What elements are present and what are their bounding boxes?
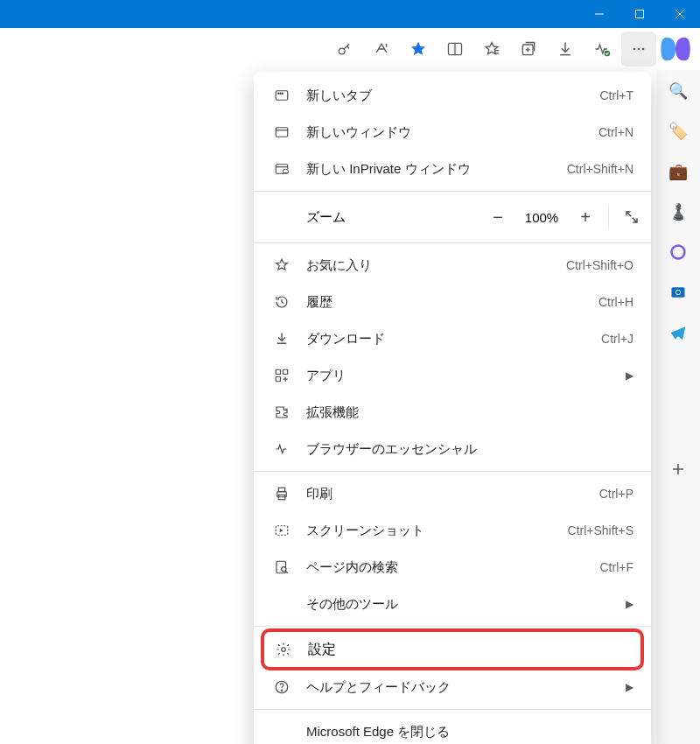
svg-point-24 xyxy=(278,93,279,94)
menu-shortcut: Ctrl+T xyxy=(600,88,634,102)
split-screen-icon[interactable] xyxy=(438,32,472,67)
svg-rect-37 xyxy=(284,369,288,374)
chevron-right-icon: ▶ xyxy=(626,681,634,693)
menu-essentials[interactable]: ブラウザーのエッセンシャル xyxy=(254,431,651,467)
svg-rect-27 xyxy=(276,128,288,137)
read-aloud-icon[interactable] xyxy=(364,32,399,67)
collections-icon[interactable] xyxy=(511,32,546,67)
menu-label: ヘルプとフィードバック xyxy=(306,679,619,696)
history-icon xyxy=(271,294,292,310)
star-outline-icon xyxy=(271,257,292,273)
svg-line-33 xyxy=(633,218,637,222)
menu-downloads[interactable]: ダウンロード Ctrl+J xyxy=(254,320,651,357)
menu-label: 印刷 xyxy=(306,486,599,502)
svg-point-50 xyxy=(281,690,282,691)
address-bar[interactable] xyxy=(7,34,327,64)
svg-point-26 xyxy=(282,93,283,94)
menu-label: アプリ xyxy=(306,368,619,384)
pulse-icon xyxy=(271,441,292,457)
sidebar-search-icon[interactable]: 🔍 xyxy=(666,79,690,103)
menu-separator xyxy=(254,471,651,472)
menu-shortcut: Ctrl+H xyxy=(598,295,634,309)
menu-label: 拡張機能 xyxy=(306,404,634,421)
puzzle-icon xyxy=(271,404,292,420)
menu-help[interactable]: ヘルプとフィードバック ▶ xyxy=(254,669,651,705)
separator xyxy=(608,204,609,230)
menu-label: その他のツール xyxy=(306,596,619,613)
chevron-right-icon: ▶ xyxy=(626,369,634,382)
sidebar-games-icon[interactable]: ♟️ xyxy=(666,200,690,224)
menu-shortcut: Ctrl+Shift+S xyxy=(568,523,634,537)
menu-separator xyxy=(254,709,651,710)
apps-icon xyxy=(271,368,292,383)
menu-new-window[interactable]: 新しいウィンドウ Ctrl+N xyxy=(254,114,651,151)
sidebar-m365-icon[interactable] xyxy=(666,240,690,264)
menu-new-inprivate[interactable]: 新しい InPrivate ウィンドウ Ctrl+Shift+N xyxy=(254,151,651,187)
menu-zoom-row: ズーム − 100% + xyxy=(254,195,651,239)
menu-label: ブラウザーのエッセンシャル xyxy=(306,441,634,458)
new-tab-icon xyxy=(271,88,292,103)
menu-extensions[interactable]: 拡張機能 xyxy=(254,394,651,431)
key-icon[interactable] xyxy=(327,32,362,67)
menu-new-tab[interactable]: 新しいタブ Ctrl+T xyxy=(254,77,651,114)
menu-find[interactable]: ページ内の検索 Ctrl+F xyxy=(254,549,651,586)
close-window-button[interactable] xyxy=(660,0,700,28)
menu-history[interactable]: 履歴 Ctrl+H xyxy=(254,284,651,320)
svg-point-17 xyxy=(642,48,645,51)
browser-essentials-icon[interactable] xyxy=(584,32,620,67)
download-icon xyxy=(271,331,292,347)
svg-rect-36 xyxy=(276,369,280,374)
settings-menu: 新しいタブ Ctrl+T 新しいウィンドウ Ctrl+N 新しい InPriva… xyxy=(254,72,651,744)
zoom-in-button[interactable]: + xyxy=(566,198,605,236)
menu-screenshot[interactable]: スクリーンショット Ctrl+Shift+S xyxy=(254,512,651,549)
sidebar-add-icon[interactable] xyxy=(666,457,690,481)
favorites-button-icon[interactable] xyxy=(474,32,509,67)
maximize-button[interactable] xyxy=(620,0,660,28)
svg-point-16 xyxy=(638,48,640,51)
fullscreen-button[interactable] xyxy=(612,198,651,236)
menu-separator xyxy=(254,191,651,192)
svg-point-48 xyxy=(282,648,286,652)
window-icon xyxy=(271,124,292,140)
svg-rect-1 xyxy=(636,11,644,18)
window-titlebar xyxy=(0,0,700,28)
svg-rect-23 xyxy=(276,91,288,101)
svg-point-4 xyxy=(339,48,345,54)
menu-label: 設定 xyxy=(308,641,336,659)
menu-settings[interactable]: 設定 xyxy=(261,628,644,670)
menu-close-edge[interactable]: Microsoft Edge を閉じる xyxy=(254,713,651,744)
edge-sidebar: 🔍 🏷️ 💼 ♟️ O xyxy=(656,70,700,744)
menu-more-tools[interactable]: その他のツール ▶ xyxy=(254,586,651,622)
menu-label: 新しいウィンドウ xyxy=(306,124,598,141)
downloads-icon[interactable] xyxy=(548,32,583,67)
zoom-label: ズーム xyxy=(306,209,479,226)
screenshot-icon xyxy=(271,523,292,538)
svg-rect-38 xyxy=(276,377,280,382)
menu-shortcut: Ctrl+P xyxy=(599,487,634,501)
sidebar-telegram-icon[interactable] xyxy=(666,320,690,345)
menu-label: ページ内の検索 xyxy=(306,559,600,576)
menu-separator xyxy=(254,626,651,627)
sidebar-outlook-icon[interactable]: O xyxy=(666,280,690,305)
minimize-button[interactable] xyxy=(579,0,620,28)
menu-shortcut: Ctrl+N xyxy=(598,125,634,139)
menu-favorites[interactable]: お気に入り Ctrl+Shift+O xyxy=(254,247,651,284)
zoom-out-button[interactable]: − xyxy=(479,198,517,236)
menu-apps[interactable]: アプリ ▶ xyxy=(254,357,651,394)
gear-icon xyxy=(273,642,294,657)
svg-point-18 xyxy=(672,246,685,259)
menu-shortcut: Ctrl+Shift+N xyxy=(567,162,634,176)
menu-label: 履歴 xyxy=(306,294,598,311)
menu-print[interactable]: 印刷 Ctrl+P xyxy=(254,475,651,512)
copilot-icon[interactable] xyxy=(658,32,693,67)
sidebar-shopping-icon[interactable]: 🏷️ xyxy=(666,119,690,144)
find-icon xyxy=(271,559,292,575)
sidebar-tools-icon[interactable]: 💼 xyxy=(666,159,690,184)
svg-point-25 xyxy=(280,93,281,94)
menu-label: 新しいタブ xyxy=(306,88,600,104)
menu-shortcut: Ctrl+J xyxy=(601,332,634,346)
settings-more-button[interactable] xyxy=(621,32,656,67)
menu-label: 新しい InPrivate ウィンドウ xyxy=(306,161,567,178)
printer-icon xyxy=(271,486,292,502)
favorite-star-icon[interactable] xyxy=(401,32,436,67)
